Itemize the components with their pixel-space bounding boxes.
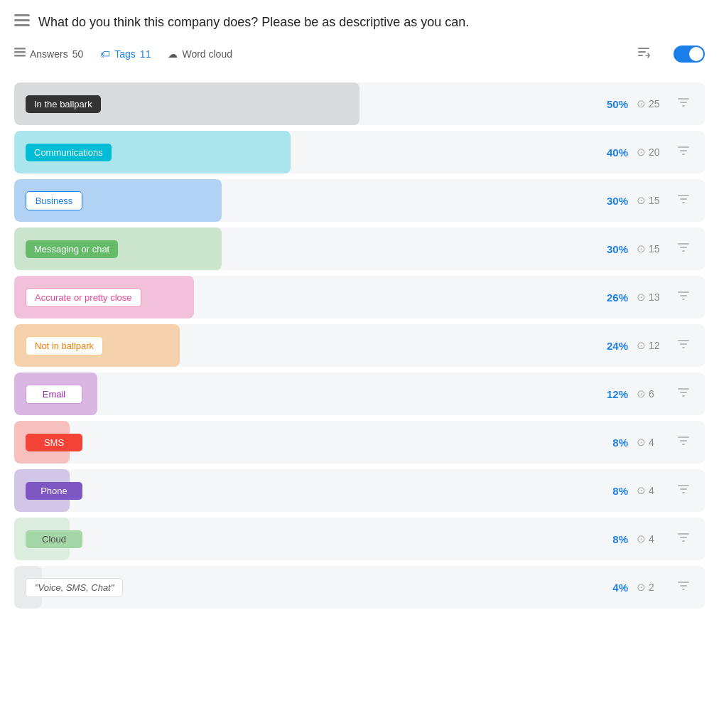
- filter-button[interactable]: [674, 337, 693, 354]
- filter-button[interactable]: [674, 385, 693, 402]
- tag-label[interactable]: Business: [26, 191, 82, 210]
- person-icon: ⊙: [637, 97, 646, 110]
- row-count: ⊙ 6: [637, 387, 665, 400]
- tag-label[interactable]: Accurate or pretty close: [26, 288, 141, 307]
- table-row: Cloud8%⊙ 4: [14, 518, 705, 560]
- table-row: Not in ballpark24%⊙ 12: [14, 324, 705, 367]
- filter-button[interactable]: [674, 434, 693, 451]
- filter-button[interactable]: [674, 144, 693, 161]
- row-count: ⊙ 25: [637, 97, 665, 110]
- tag-label[interactable]: Cloud: [26, 530, 82, 548]
- row-count: ⊙ 4: [637, 484, 665, 497]
- filter-button[interactable]: [674, 289, 693, 306]
- row-percentage: 40%: [596, 146, 628, 159]
- tag-label[interactable]: Phone: [26, 482, 82, 500]
- svg-rect-3: [14, 48, 26, 50]
- svg-rect-1: [14, 19, 30, 21]
- person-icon: ⊙: [637, 532, 646, 545]
- row-count: ⊙ 4: [637, 436, 665, 449]
- row-percentage: 4%: [596, 582, 628, 594]
- nav-answers[interactable]: Answers 50: [14, 48, 83, 60]
- row-percentage: 8%: [596, 437, 628, 449]
- tag-label[interactable]: "Voice, SMS, Chat": [26, 578, 123, 597]
- table-row: Phone8%⊙ 4: [14, 469, 705, 512]
- header-icon: [14, 14, 30, 31]
- row-count: ⊙ 4: [637, 532, 665, 545]
- table-row: In the ballpark50%⊙ 25: [14, 82, 705, 125]
- row-percentage: 30%: [596, 195, 628, 207]
- table-row: "Voice, SMS, Chat"4%⊙ 2: [14, 566, 705, 609]
- tag-label[interactable]: Not in ballpark: [26, 336, 103, 355]
- row-count: ⊙ 15: [637, 194, 665, 207]
- row-percentage: 12%: [596, 388, 628, 400]
- row-percentage: 26%: [596, 291, 628, 304]
- person-icon: ⊙: [637, 339, 646, 352]
- tag-label[interactable]: Communications: [26, 144, 112, 161]
- tags-count: 11: [140, 48, 151, 60]
- row-count: ⊙ 2: [637, 581, 665, 594]
- person-icon: ⊙: [637, 291, 646, 304]
- tag-label[interactable]: SMS: [26, 434, 82, 451]
- nav-bar: Answers 50 🏷 Tags 11 ☁ Word cloud: [14, 45, 705, 68]
- svg-rect-4: [14, 51, 26, 53]
- person-icon: ⊙: [637, 581, 646, 594]
- person-icon: ⊙: [637, 484, 646, 497]
- filter-button[interactable]: [674, 482, 693, 499]
- filter-button[interactable]: [674, 192, 693, 209]
- rows-container: In the ballpark50%⊙ 25Communications40%⊙…: [14, 82, 705, 609]
- person-icon: ⊙: [637, 436, 646, 449]
- svg-rect-2: [14, 24, 30, 26]
- sort-button[interactable]: [637, 45, 651, 63]
- row-percentage: 24%: [596, 340, 628, 352]
- page-title: What do you think this company does? Ple…: [38, 15, 469, 30]
- person-icon: ⊙: [637, 146, 646, 159]
- tags-label: Tags: [114, 48, 136, 60]
- row-percentage: 8%: [596, 485, 628, 497]
- cloud-icon: ☁: [168, 48, 178, 60]
- row-percentage: 8%: [596, 533, 628, 545]
- row-percentage: 50%: [596, 98, 628, 110]
- answers-icon: [14, 48, 26, 60]
- table-row: SMS8%⊙ 4: [14, 421, 705, 464]
- person-icon: ⊙: [637, 242, 646, 255]
- row-count: ⊙ 13: [637, 291, 665, 304]
- row-count: ⊙ 20: [637, 146, 665, 159]
- tag-label[interactable]: In the ballpark: [26, 95, 101, 113]
- tag-label[interactable]: Email: [26, 385, 82, 404]
- table-row: Accurate or pretty close26%⊙ 13: [14, 276, 705, 318]
- filter-button[interactable]: [674, 530, 693, 547]
- person-icon: ⊙: [637, 194, 646, 207]
- answers-label: Answers: [30, 48, 68, 60]
- toggle-switch[interactable]: [674, 46, 705, 63]
- nav-tags[interactable]: 🏷 Tags 11: [100, 48, 151, 60]
- tags-icon: 🏷: [100, 48, 110, 60]
- row-percentage: 30%: [596, 243, 628, 255]
- row-count: ⊙ 15: [637, 242, 665, 255]
- table-row: Communications40%⊙ 20: [14, 131, 705, 173]
- tag-label[interactable]: Messaging or chat: [26, 240, 118, 258]
- filter-button[interactable]: [674, 95, 693, 112]
- table-row: Messaging or chat30%⊙ 15: [14, 228, 705, 270]
- wordcloud-label: Word cloud: [182, 48, 232, 60]
- answers-count: 50: [72, 48, 84, 60]
- person-icon: ⊙: [637, 387, 646, 400]
- filter-button[interactable]: [674, 240, 693, 257]
- filter-button[interactable]: [674, 579, 693, 596]
- page-header: What do you think this company does? Ple…: [14, 14, 705, 31]
- table-row: Email12%⊙ 6: [14, 373, 705, 415]
- svg-rect-5: [14, 55, 26, 57]
- row-count: ⊙ 12: [637, 339, 665, 352]
- svg-rect-0: [14, 14, 30, 16]
- table-row: Business30%⊙ 15: [14, 179, 705, 222]
- nav-wordcloud[interactable]: ☁ Word cloud: [168, 48, 232, 60]
